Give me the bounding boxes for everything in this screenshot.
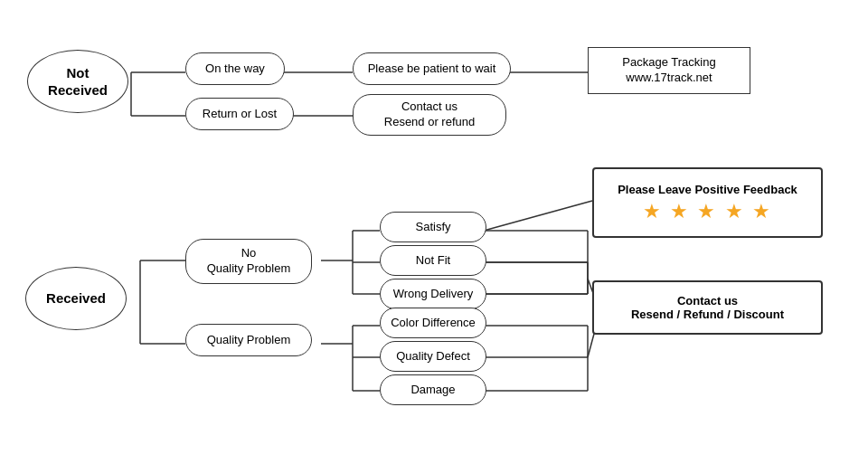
not-fit-label: Not Fit: [416, 253, 450, 269]
satisfy-node: Satisfy: [380, 212, 486, 242]
quality-defect-label: Quality Defect: [396, 349, 470, 365]
on-the-way-node: On the way: [185, 52, 285, 85]
contact-resend-discount-label: Contact us Resend / Refund / Discount: [631, 294, 784, 321]
on-the-way-label: On the way: [205, 62, 265, 77]
feedback-title: Please Leave Positive Feedback: [618, 183, 797, 196]
feedback-box: Please Leave Positive Feedback ★ ★ ★ ★ ★: [592, 167, 823, 238]
return-or-lost-node: Return or Lost: [185, 98, 294, 130]
quality-problem-label: Quality Problem: [207, 333, 290, 348]
color-difference-label: Color Difference: [391, 316, 476, 331]
not-received-node: Not Received: [27, 50, 128, 113]
quality-problem-node: Quality Problem: [185, 324, 312, 356]
patient-wait-node: Please be patient to wait: [353, 52, 511, 85]
not-fit-node: Not Fit: [380, 245, 486, 276]
damage-label: Damage: [410, 383, 455, 398]
received-label: Received: [46, 289, 106, 308]
contact-resend-refund-label: Contact us Resend or refund: [384, 99, 475, 130]
return-or-lost-label: Return or Lost: [203, 107, 277, 122]
svg-line-23: [484, 201, 592, 231]
no-quality-problem-node: No Quality Problem: [185, 239, 312, 284]
color-difference-node: Color Difference: [380, 308, 486, 338]
no-quality-problem-label: No Quality Problem: [207, 246, 290, 277]
wrong-delivery-node: Wrong Delivery: [380, 279, 486, 309]
wrong-delivery-label: Wrong Delivery: [393, 287, 474, 302]
package-tracking-label: Package Tracking www.17track.net: [622, 55, 715, 86]
diagram: Not Received On the way Return or Lost P…: [0, 0, 868, 464]
received-node: Received: [25, 267, 127, 330]
not-received-label: Not Received: [48, 64, 108, 99]
contact-resend-refund-node: Contact us Resend or refund: [353, 94, 506, 136]
stars-rating: ★ ★ ★ ★ ★: [643, 200, 771, 223]
patient-wait-label: Please be patient to wait: [368, 62, 496, 77]
package-tracking-node: Package Tracking www.17track.net: [588, 47, 750, 94]
quality-defect-node: Quality Defect: [380, 341, 486, 372]
damage-node: Damage: [380, 374, 486, 405]
contact-resend-discount-box: Contact us Resend / Refund / Discount: [592, 280, 823, 335]
satisfy-label: Satisfy: [415, 220, 450, 235]
